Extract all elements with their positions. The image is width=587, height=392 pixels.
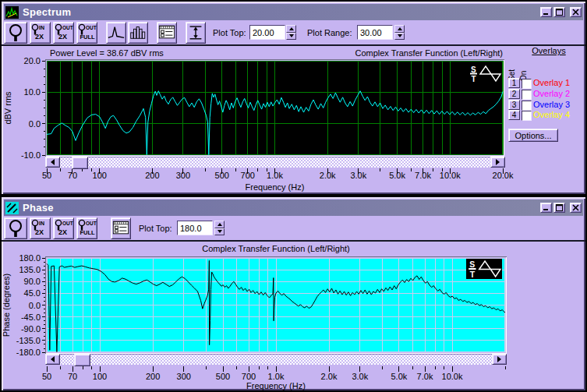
spectrum-hscrollbar[interactable] (45, 157, 505, 168)
minimize-button[interactable] (540, 203, 552, 213)
overlay-3-label: Overlay 3 (533, 100, 570, 110)
svg-text:OUT: OUT (62, 25, 73, 30)
close-button[interactable] (570, 203, 582, 213)
svg-text:2.0k: 2.0k (321, 372, 338, 381)
window-title: Phase (23, 202, 54, 214)
zoom-in-2x-icon: IN2X (30, 218, 50, 237)
phase-app-icon (5, 202, 19, 214)
arrow-left-icon (51, 159, 55, 165)
close-icon (572, 204, 579, 211)
spin-down-button[interactable] (214, 228, 225, 236)
overlay-4-checkbox[interactable] (522, 111, 532, 121)
magnifier-icon (5, 218, 27, 238)
svg-text:3.0k: 3.0k (350, 171, 366, 180)
zoom-out-2x-button[interactable]: OUT2X (53, 217, 74, 239)
zoom-tool-button[interactable] (4, 22, 27, 44)
zoom-in-2x-icon: IN2X (30, 23, 50, 41)
svg-text:20.0k: 20.0k (493, 171, 514, 180)
plot-range-input[interactable] (357, 25, 393, 40)
svg-text:1.0k: 1.0k (267, 171, 283, 180)
zoom-tool-button[interactable] (4, 217, 27, 239)
overlay-4-set-button[interactable]: 4 (508, 110, 520, 120)
bar-view-button[interactable] (128, 22, 148, 44)
svg-text:-10.0: -10.0 (21, 150, 41, 160)
zoom-out-2x-button[interactable]: OUT2X (53, 22, 74, 44)
overlay-3-set-button[interactable]: 3 (508, 100, 520, 110)
svg-text:45.0: 45.0 (24, 288, 41, 298)
overlay-2-label: Overlay 2 (533, 89, 570, 99)
maximize-button[interactable] (553, 203, 565, 213)
svg-text:2X: 2X (35, 228, 44, 236)
svg-text:-180.0: -180.0 (16, 348, 41, 357)
phase-window: Phase IN2X OUT2X OUTFULL Plot Top: Compl… (2, 197, 585, 390)
spectrum-app-icon (5, 6, 19, 19)
spectrum-titlebar[interactable]: Spectrum (4, 4, 583, 20)
svg-text:70: 70 (68, 372, 77, 381)
svg-text:IN: IN (39, 25, 44, 30)
svg-text:700: 700 (241, 171, 255, 180)
svg-text:OUT: OUT (86, 25, 97, 30)
magnifier-icon (5, 23, 27, 43)
svg-text:180.0: 180.0 (19, 253, 41, 263)
zoom-in-2x-button[interactable]: IN2X (30, 217, 51, 239)
spin-down-button[interactable] (394, 33, 405, 41)
arrow-left-icon (51, 356, 55, 362)
zoom-out-full-button[interactable]: OUTFULL (76, 217, 97, 239)
svg-text:50: 50 (42, 171, 51, 180)
svg-text:IN: IN (39, 221, 44, 226)
fit-vertical-scale-button[interactable] (186, 22, 206, 44)
plot-top-input[interactable] (177, 221, 213, 235)
overlay-options-button[interactable]: Options... (508, 129, 558, 142)
phase-hscrollbar[interactable] (45, 354, 507, 365)
spin-up-button[interactable] (286, 25, 296, 33)
scroll-right-button[interactable] (490, 157, 505, 168)
svg-text:Frequency (Hz): Frequency (Hz) (246, 381, 306, 390)
display-options-button[interactable] (111, 217, 131, 239)
peak-curve-icon (107, 23, 126, 41)
minimize-icon (543, 9, 550, 16)
plot-top-label: Plot Top: (139, 219, 172, 238)
svg-text:10.0k: 10.0k (442, 372, 463, 381)
overlay-1-checkbox[interactable] (522, 79, 532, 89)
maximize-icon (556, 204, 563, 211)
scroll-thumb[interactable] (74, 354, 90, 366)
svg-text:5.0k: 5.0k (389, 171, 405, 180)
overlay-2-checkbox[interactable] (522, 90, 532, 100)
scroll-left-button[interactable] (45, 157, 60, 168)
zoom-out-full-icon: OUTFULL (77, 218, 97, 237)
zoom-out-2x-icon: OUT2X (54, 23, 73, 41)
overlay-1-set-button[interactable]: 1 (508, 78, 520, 88)
zoom-in-2x-button[interactable]: IN2X (30, 22, 51, 44)
plot-top-input[interactable] (249, 25, 285, 40)
svg-text:Phase (degrees): Phase (degrees) (2, 274, 11, 337)
spin-down-button[interactable] (286, 33, 296, 41)
spectrum-curve-view-button[interactable] (106, 22, 126, 44)
svg-text:S: S (469, 260, 475, 269)
phase-titlebar[interactable]: Phase (4, 200, 583, 216)
svg-text:2X: 2X (58, 33, 67, 41)
scroll-left-button[interactable] (45, 354, 60, 365)
overlay-3-checkbox[interactable] (522, 101, 532, 111)
window-title: Spectrum (23, 6, 71, 18)
svg-text:-135.0: -135.0 (16, 336, 41, 345)
svg-text:20.0: 20.0 (24, 56, 41, 65)
scroll-right-button[interactable] (492, 354, 507, 365)
spin-up-button[interactable] (214, 221, 225, 228)
svg-text:10.0: 10.0 (24, 87, 41, 97)
minimize-button[interactable] (540, 7, 552, 17)
plot-top-spinner (214, 221, 225, 235)
maximize-button[interactable] (553, 7, 565, 17)
display-options-button[interactable] (157, 22, 177, 44)
svg-text:-90.0: -90.0 (21, 324, 41, 334)
overlay-2-set-button[interactable]: 2 (508, 89, 520, 99)
zoom-out-full-button[interactable]: OUTFULL (76, 22, 97, 44)
scroll-thumb[interactable] (72, 157, 88, 169)
svg-text:500: 500 (215, 171, 229, 180)
svg-text:90.0: 90.0 (24, 277, 41, 286)
svg-text:200: 200 (145, 171, 159, 180)
close-button[interactable] (570, 7, 582, 17)
svg-text:7.0k: 7.0k (415, 171, 431, 180)
svg-text:2X: 2X (58, 228, 67, 236)
zoom-out-full-icon: OUTFULL (77, 23, 97, 41)
spin-up-button[interactable] (394, 25, 405, 33)
